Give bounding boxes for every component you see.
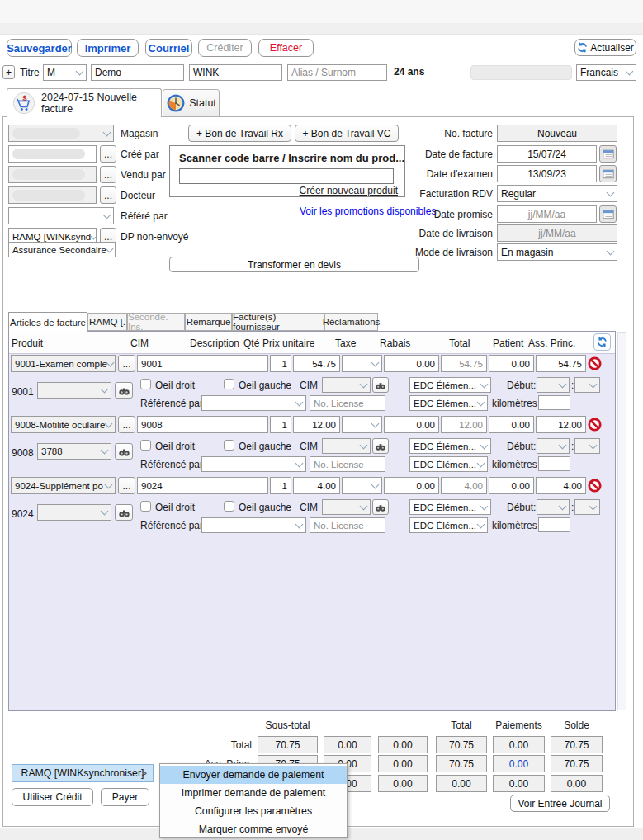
km-input[interactable]: [538, 456, 570, 471]
last-name-field[interactable]: WINK: [189, 64, 282, 81]
scanner-input[interactable]: [179, 168, 394, 184]
license-field[interactable]: No. License: [310, 517, 385, 533]
edc-select-1[interactable]: EDC Élémen...: [409, 499, 491, 515]
edc-select-2[interactable]: EDC Élémen...: [409, 517, 488, 533]
exam-date-field[interactable]: 13/09/23: [497, 165, 597, 182]
tab-ramq[interactable]: RAMQ [.: [87, 313, 127, 331]
primary-ins-amount-field[interactable]: 4.00: [536, 477, 586, 494]
patient-amount-field[interactable]: 0.00: [489, 477, 534, 494]
km-input[interactable]: [538, 517, 570, 532]
referred-by-row-select[interactable]: [201, 517, 306, 533]
start-minute-select[interactable]: [574, 377, 600, 393]
language-select[interactable]: Francais: [576, 64, 636, 81]
edc-select-2[interactable]: EDC Élémen...: [409, 456, 488, 472]
discount-field[interactable]: 0.00: [384, 477, 439, 494]
tab-remark[interactable]: Remarque: [185, 313, 232, 331]
left-eye-checkbox[interactable]: [224, 501, 234, 512]
items-refresh-button[interactable]: [593, 333, 611, 351]
unit-price-field[interactable]: 12.00: [293, 416, 340, 433]
primary-ins-amount-field[interactable]: 12.00: [536, 416, 586, 433]
right-eye-checkbox[interactable]: [140, 501, 151, 512]
code-select[interactable]: [37, 504, 111, 521]
referred-by-row-select[interactable]: [201, 395, 306, 411]
email-button[interactable]: Courriel: [145, 39, 192, 57]
tab-invoice[interactable]: $ 2024-07-15 Nouvelle facture: [7, 88, 162, 117]
ramq-sync-trigger[interactable]: RAMQ [WINKsynchroniser] >: [12, 764, 154, 782]
sold-by-more-button[interactable]: ...: [100, 166, 116, 183]
menu-item-mark-as-sent[interactable]: Marquer comme envoyé: [160, 820, 347, 838]
start-hour-select[interactable]: [537, 499, 570, 515]
product-more-button[interactable]: ...: [118, 416, 135, 433]
delivery-mode-select[interactable]: En magasin: [497, 243, 617, 261]
product-select[interactable]: 9001-Examen comple: [11, 355, 116, 372]
menu-item-send-payment-request[interactable]: Envoyer demande de paiement: [160, 766, 347, 784]
transform-quote-button[interactable]: Transformer en devis: [169, 257, 419, 272]
save-button[interactable]: Sauvegarder: [7, 39, 72, 57]
tax-select[interactable]: [342, 477, 382, 494]
billing-rdv-select[interactable]: Regular: [497, 185, 617, 202]
product-select[interactable]: 9008-Motilité oculaire: [11, 416, 116, 433]
tax-select[interactable]: [342, 416, 382, 433]
primary-ins-amount-field[interactable]: 54.75: [536, 355, 586, 372]
tab-supplier-invoices[interactable]: Facture(s) fournisseur: [232, 313, 324, 331]
code-select[interactable]: [37, 382, 111, 399]
discount-field[interactable]: 0.00: [384, 355, 439, 372]
invoice-date-field[interactable]: 15/07/24: [497, 145, 597, 163]
doctor-select[interactable]: [8, 186, 97, 204]
exam-date-calendar-button[interactable]: [599, 165, 617, 182]
print-button[interactable]: Imprimer: [77, 39, 139, 57]
qty-field[interactable]: 1: [270, 355, 291, 372]
start-minute-select[interactable]: [574, 499, 600, 515]
product-more-button[interactable]: ...: [118, 355, 135, 372]
menu-item-print-payment-request[interactable]: Imprimer demande de paiement: [160, 784, 347, 802]
cim-binoculars-button[interactable]: [372, 438, 389, 454]
qty-field[interactable]: 1: [270, 416, 291, 433]
right-eye-checkbox[interactable]: [140, 379, 151, 389]
alias-field[interactable]: Alias / Surnom: [287, 64, 387, 81]
tab-invoice-items[interactable]: Articles de facture: [8, 312, 87, 332]
discount-field[interactable]: 0.00: [384, 416, 439, 433]
edc-select-2[interactable]: EDC Élémen...: [409, 395, 488, 411]
code-binoculars-button[interactable]: [115, 382, 133, 399]
km-input[interactable]: [538, 395, 570, 410]
doctor-more-button[interactable]: ...: [100, 186, 116, 204]
refresh-button[interactable]: Actualiser: [574, 39, 636, 56]
cim-select[interactable]: [322, 499, 371, 515]
journal-button[interactable]: Voir Entrée Journal: [510, 795, 610, 812]
promised-date-field[interactable]: jj/MM/aa: [497, 205, 597, 223]
cim-binoculars-button[interactable]: [372, 499, 389, 515]
code-binoculars-button[interactable]: [115, 504, 133, 521]
license-field[interactable]: No. License: [310, 456, 385, 472]
credit-button[interactable]: Créditer: [198, 39, 252, 57]
code-select[interactable]: 3788: [37, 443, 111, 460]
created-by-field[interactable]: [8, 145, 97, 163]
right-eye-checkbox[interactable]: [140, 440, 151, 451]
referred-by-row-select[interactable]: [201, 456, 306, 472]
cim-select[interactable]: [322, 438, 371, 454]
cim-binoculars-button[interactable]: [372, 377, 389, 393]
cim-field[interactable]: 9001: [137, 355, 268, 372]
left-eye-checkbox[interactable]: [224, 379, 234, 389]
work-order-rx-button[interactable]: + Bon de Travail Rx: [188, 125, 291, 142]
created-by-more-button[interactable]: ...: [100, 145, 116, 163]
cim-field[interactable]: 9024: [137, 477, 268, 494]
edc-select-1[interactable]: EDC Élémen...: [409, 377, 491, 393]
invoice-date-calendar-button[interactable]: [599, 145, 617, 163]
secondary-insurance-select[interactable]: Assurance Secondaire: [8, 242, 116, 257]
patient-amount-field[interactable]: 0.00: [489, 416, 534, 433]
erase-button[interactable]: Effacer: [258, 39, 314, 57]
referred-by-select[interactable]: [8, 207, 114, 224]
unit-price-field[interactable]: 54.75: [293, 355, 340, 372]
edc-select-1[interactable]: EDC Élémen...: [409, 438, 491, 454]
first-name-field[interactable]: Demo: [91, 64, 184, 81]
items-scrollbar[interactable]: [617, 332, 626, 710]
start-hour-select[interactable]: [537, 377, 570, 393]
cim-field[interactable]: 9008: [137, 416, 268, 433]
qty-field[interactable]: 1: [270, 477, 291, 494]
title-select[interactable]: M: [43, 64, 87, 81]
left-eye-checkbox[interactable]: [224, 440, 234, 451]
start-minute-select[interactable]: [574, 438, 600, 454]
tab-claims[interactable]: Réclamations: [324, 313, 378, 331]
product-more-button[interactable]: ...: [118, 477, 135, 494]
pay-button[interactable]: Payer: [101, 788, 149, 806]
